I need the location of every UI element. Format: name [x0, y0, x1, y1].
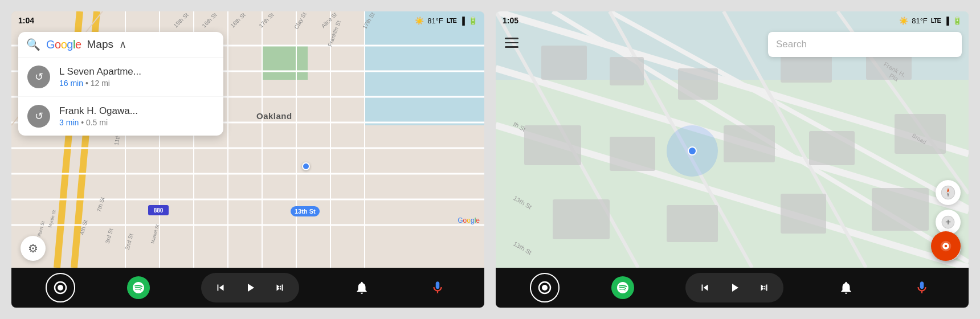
- menu-line-3: [505, 46, 518, 48]
- screen-2: Frank H. Pla th St 13th St 13th St Broad…: [496, 11, 969, 308]
- street-label-13th: 13th St: [291, 206, 320, 216]
- svg-rect-2: [262, 46, 308, 80]
- result-info-1: L Seven Apartme... 16 min • 12 mi: [59, 66, 214, 88]
- city-label: Oakland: [256, 111, 292, 121]
- prev-button-1[interactable]: [208, 275, 233, 300]
- battery-icon-1: 🔋: [468, 17, 477, 25]
- battery-icon-2: 🔋: [953, 17, 962, 25]
- svg-text:+: +: [945, 216, 951, 227]
- svg-rect-53: [610, 57, 644, 85]
- bell-button-2[interactable]: [834, 275, 859, 300]
- spotify-button-2[interactable]: [610, 275, 635, 300]
- svg-point-81: [945, 245, 948, 248]
- result-info-2: Frank H. Ogawa... 3 min • 0.5 mi: [59, 105, 214, 127]
- navigation-button[interactable]: [931, 231, 961, 261]
- result-icon-2: ↺: [27, 105, 50, 128]
- svg-rect-64: [781, 194, 826, 234]
- result-name-1: L Seven Apartme...: [59, 66, 214, 77]
- spotify-svg-2: [616, 281, 630, 295]
- search-placeholder: Search: [776, 39, 807, 50]
- svg-text:880: 880: [154, 207, 164, 214]
- result-meta-1: 16 min • 12 mi: [59, 79, 214, 88]
- result-name-2: Frank H. Ogawa...: [59, 105, 214, 117]
- google-logo: Google: [46, 38, 81, 51]
- search-panel: 🔍 Google Maps ∧ ↺ L Seven Apartme... 16 …: [18, 32, 223, 136]
- play-icon-2: [728, 281, 741, 295]
- svg-rect-54: [678, 68, 718, 100]
- svg-rect-59: [724, 125, 775, 162]
- play-button-2[interactable]: [722, 275, 747, 300]
- result-meta-2: 3 min • 0.5 mi: [59, 118, 214, 127]
- next-icon-2: [758, 281, 770, 294]
- bell-icon-1: [354, 280, 369, 295]
- home-button-1[interactable]: [46, 273, 75, 302]
- svg-rect-62: [553, 199, 610, 239]
- svg-rect-58: [610, 137, 655, 171]
- svg-rect-57: [524, 125, 581, 165]
- google-watermark: Google: [458, 216, 480, 224]
- play-button-1[interactable]: [238, 275, 263, 300]
- compass-icon: [940, 185, 956, 201]
- mic-icon-1: [430, 280, 445, 295]
- history-icon-1: ↺: [35, 71, 43, 83]
- next-button-1[interactable]: [267, 275, 292, 300]
- brightness-icon-2: ☀️: [899, 17, 908, 25]
- result-time-1: 16 min: [59, 79, 83, 88]
- network-icon-2: LTE: [931, 17, 941, 24]
- temp-display-2: 81°F: [912, 17, 928, 25]
- svg-point-40: [58, 285, 63, 291]
- compass-button[interactable]: [936, 180, 961, 205]
- mic-button-2[interactable]: [909, 275, 934, 300]
- search-icon: 🔍: [26, 38, 40, 51]
- location-pulse: [667, 125, 718, 177]
- spotify-svg-1: [132, 281, 145, 295]
- svg-rect-63: [667, 205, 718, 242]
- home-icon-1: [54, 281, 67, 295]
- collapse-icon[interactable]: ∧: [119, 38, 126, 51]
- signal-icon-2: ▐: [944, 17, 949, 25]
- search-box-2[interactable]: Search: [768, 32, 962, 57]
- screen-1: 880 18th St 17th St 16th St 15th St Fran…: [11, 11, 484, 308]
- bell-button-1[interactable]: [349, 275, 374, 300]
- bell-icon-2: [839, 280, 854, 295]
- menu-line-2: [505, 42, 518, 44]
- network-icon-1: LTE: [447, 17, 456, 24]
- location-dot-2: [688, 146, 697, 156]
- gear-icon: ⚙: [28, 242, 38, 255]
- temp-display-1: 81°F: [427, 17, 443, 25]
- spotify-icon-2: [611, 276, 634, 299]
- prev-button-2[interactable]: [692, 275, 717, 300]
- search-bar[interactable]: 🔍 Google Maps ∧: [18, 32, 223, 58]
- result-icon-1: ↺: [27, 66, 50, 88]
- playback-group-2: [685, 273, 783, 302]
- status-right-2: ☀️ 81°F LTE ▐ 🔋: [899, 17, 962, 25]
- play-icon-1: [243, 281, 257, 295]
- playback-group-1: [201, 273, 299, 302]
- status-bar-1: 1:04 ☀️ 81°F LTE ▐ 🔋: [11, 11, 484, 30]
- home-icon-2: [538, 281, 552, 295]
- mic-button-1[interactable]: [425, 275, 450, 300]
- svg-rect-52: [541, 46, 587, 80]
- svg-point-83: [542, 285, 548, 291]
- navigation-icon: [938, 238, 954, 254]
- spotify-icon-1: [127, 276, 150, 299]
- status-bar-2: 1:05 ☀️ 81°F LTE ▐ 🔋: [496, 11, 969, 30]
- svg-rect-61: [895, 114, 946, 154]
- menu-button[interactable]: [505, 38, 518, 48]
- history-icon-2: ↺: [35, 110, 43, 122]
- next-icon-1: [273, 281, 286, 294]
- nav-bar-1: [11, 268, 484, 308]
- spotify-button-1[interactable]: [126, 275, 151, 300]
- location-dot: [302, 162, 310, 170]
- home-button-2[interactable]: [530, 273, 560, 302]
- zoom-icon: +: [941, 215, 956, 230]
- signal-icon-1: ▐: [460, 17, 465, 25]
- result-item-2[interactable]: ↺ Frank H. Ogawa... 3 min • 0.5 mi: [18, 97, 223, 136]
- next-button-2[interactable]: [752, 275, 777, 300]
- prev-icon-1: [214, 281, 227, 294]
- svg-rect-60: [809, 131, 855, 165]
- result-item-1[interactable]: ↺ L Seven Apartme... 16 min • 12 mi: [18, 58, 223, 97]
- menu-line-1: [505, 38, 518, 39]
- result-dist-1: 12 mi: [91, 79, 110, 88]
- settings-button[interactable]: ⚙: [21, 236, 46, 261]
